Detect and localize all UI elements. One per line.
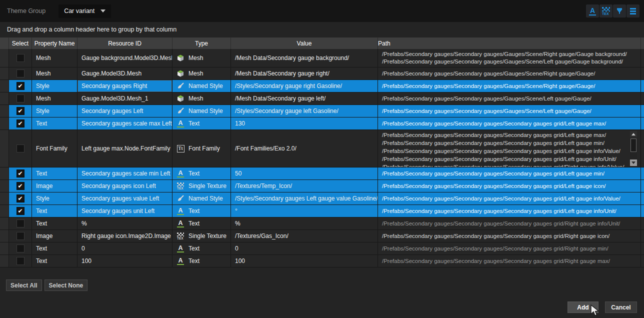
path-cell: /Prefabs/Secondary gauges/Secondary gaug…: [378, 180, 641, 192]
group-by-drop-zone[interactable]: Drag and drop a column header here to gr…: [0, 22, 644, 37]
row-checkbox-unchecked[interactable]: [16, 70, 24, 78]
path-line: /Prefabs/Secondary gauges/Secondary gaug…: [382, 195, 620, 202]
select-none-button[interactable]: Select None: [44, 280, 88, 291]
list-filter-button[interactable]: [626, 4, 640, 18]
type-cell: Mesh: [172, 92, 231, 104]
type-label: Single Texture: [188, 182, 226, 190]
row-indicator[interactable]: [0, 80, 9, 92]
font-filter-button[interactable]: A: [586, 4, 599, 18]
scrollbar-thumb[interactable]: [630, 138, 636, 152]
type-label: Named Style: [188, 195, 223, 202]
column-header-property-name[interactable]: Property Name: [32, 38, 78, 49]
path-cell: /Prefabs/Secondary gauges/Secondary gaug…: [378, 205, 641, 217]
type-label: Text: [188, 220, 200, 227]
scroll-up-button[interactable]: [630, 131, 637, 138]
row-indicator[interactable]: [0, 92, 9, 104]
row-checkbox-unchecked[interactable]: [16, 257, 24, 265]
property-name-cell: Text: [32, 242, 78, 254]
path-scrollbar[interactable]: [630, 131, 637, 166]
row-checkbox-checked[interactable]: ✔: [16, 120, 24, 128]
row-indicator[interactable]: [0, 180, 9, 192]
select-all-button[interactable]: Select All: [6, 280, 42, 291]
value-cell: /Mesh Data/Secondary gauge right/: [231, 68, 378, 80]
row-checkbox-checked[interactable]: ✔: [16, 82, 24, 90]
table-row[interactable]: ✔StyleSecondary gauges value LeftNamed S…: [0, 192, 644, 205]
path-cell: /Prefabs/Secondary gauges/Secondary gaug…: [378, 68, 641, 80]
table-row[interactable]: ✔ImageSecondary gauges icon LeftTEXSingl…: [0, 180, 644, 192]
add-button[interactable]: Add: [568, 302, 598, 313]
path-line: /Prefabs/Secondary gauges/Secondary gaug…: [382, 170, 604, 178]
path-line: /Prefabs/Secondary gauges/Secondary gaug…: [382, 220, 620, 228]
row-indicator[interactable]: [0, 168, 9, 180]
row-checkbox-unchecked[interactable]: [16, 232, 24, 240]
filler-cell: [641, 80, 644, 92]
row-indicator[interactable]: [0, 255, 9, 267]
font-family-icon: Tt: [177, 145, 184, 152]
type-cell: TEXSingle Texture: [172, 180, 231, 192]
row-checkbox-unchecked[interactable]: [16, 94, 24, 102]
path-cell: /Prefabs/Secondary gauges/Secondary gaug…: [378, 130, 641, 167]
row-checkbox-checked[interactable]: ✔: [16, 170, 24, 178]
row-indicator[interactable]: [0, 192, 9, 204]
table-row[interactable]: MeshGauge.Model3D.Mesh_1Mesh/Mesh Data/S…: [0, 92, 644, 105]
text-icon: A: [177, 120, 184, 128]
row-checkbox-unchecked[interactable]: [16, 144, 24, 152]
text-icon: A: [177, 245, 184, 252]
table-row[interactable]: Text100AText100/Prefabs/Secondary gauges…: [0, 255, 644, 268]
row-indicator[interactable]: [0, 68, 9, 80]
table-row[interactable]: Text0AText0/Prefabs/Secondary gauges/Sec…: [0, 242, 644, 255]
type-cell: Mesh: [172, 49, 231, 67]
property-name-cell: Text: [32, 118, 78, 130]
property-name-cell: Text: [32, 218, 78, 230]
row-checkbox-checked[interactable]: ✔: [16, 182, 24, 190]
row-indicator[interactable]: [0, 218, 9, 230]
path-cell: /Prefabs/Secondary gauges/Secondary gaug…: [378, 168, 641, 180]
cancel-button[interactable]: Cancel: [605, 302, 637, 313]
table-row[interactable]: ✔StyleSecondary gauges LeftNamed Style/S…: [0, 105, 644, 118]
row-indicator[interactable]: [0, 118, 9, 130]
theme-group-dropdown[interactable]: Car variant: [58, 4, 111, 18]
row-checkbox-checked[interactable]: ✔: [16, 207, 24, 215]
list-icon: [630, 8, 636, 14]
named-style-icon: [176, 107, 184, 115]
type-cell: AText: [172, 255, 231, 267]
font-icon: A: [589, 7, 596, 16]
table-row[interactable]: Font FamilyLeft gauge max.Node.FontFamil…: [0, 130, 644, 168]
column-header-resource-id[interactable]: Resource ID: [78, 38, 172, 49]
row-indicator[interactable]: [0, 49, 9, 67]
value-cell: /Styles/Secondary gauge right Gasoline/: [231, 80, 378, 92]
chevron-down-icon: [100, 10, 106, 12]
row-indicator[interactable]: [0, 242, 9, 254]
type-label: Single Texture: [188, 232, 226, 240]
row-checkbox-unchecked[interactable]: [16, 244, 24, 252]
table-row[interactable]: ✔StyleSecondary gauges RightNamed Style/…: [0, 80, 644, 92]
table-row[interactable]: MeshGauge.Model3D.MeshMesh/Mesh Data/Sec…: [0, 68, 644, 80]
row-checkbox-checked[interactable]: ✔: [16, 194, 24, 202]
texture-filter-button[interactable]: TEX: [600, 4, 612, 18]
row-checkbox-checked[interactable]: ✔: [16, 107, 24, 115]
row-indicator[interactable]: [0, 105, 9, 117]
resource-id-cell: Secondary gauges unit Left: [78, 205, 172, 217]
path-cell: /Prefabs/Secondary gauges/Secondary gaug…: [378, 230, 641, 242]
path-line: /Prefabs/Secondary gauges/Secondary gaug…: [382, 208, 616, 215]
table-row[interactable]: ✔TextSecondary gauges scale max LeftATex…: [0, 118, 644, 130]
table-row[interactable]: Text%AText%/Prefabs/Secondary gauges/Sec…: [0, 218, 644, 230]
table-row[interactable]: ✔TextSecondary gauges scale min LeftATex…: [0, 168, 644, 180]
column-header-path[interactable]: Path: [378, 38, 641, 49]
scroll-down-button[interactable]: [630, 160, 637, 166]
table-row[interactable]: ✔TextSecondary gauges unit LeftAText°/Pr…: [0, 205, 644, 218]
row-checkbox-unchecked[interactable]: [16, 220, 24, 228]
row-indicator[interactable]: [0, 205, 9, 217]
table-row[interactable]: ImageRight gauge icon.Image2D.ImageTEXSi…: [0, 230, 644, 242]
column-header-value[interactable]: Value: [231, 38, 378, 49]
path-cell: /Prefabs/Secondary gauges/Secondary gaug…: [378, 218, 641, 230]
column-header-select[interactable]: Select: [9, 38, 32, 49]
row-indicator[interactable]: [0, 230, 9, 242]
table-body: MeshGauge background.Model3D.MeshMesh/Me…: [0, 49, 644, 268]
style-filter-button[interactable]: [613, 4, 626, 18]
column-header-type[interactable]: Type: [172, 38, 231, 49]
table-row[interactable]: MeshGauge background.Model3D.MeshMesh/Me…: [0, 49, 644, 68]
row-indicator[interactable]: [0, 130, 9, 167]
resource-id-cell: Secondary gauges icon Left: [78, 180, 172, 192]
row-checkbox-unchecked[interactable]: [16, 54, 24, 62]
